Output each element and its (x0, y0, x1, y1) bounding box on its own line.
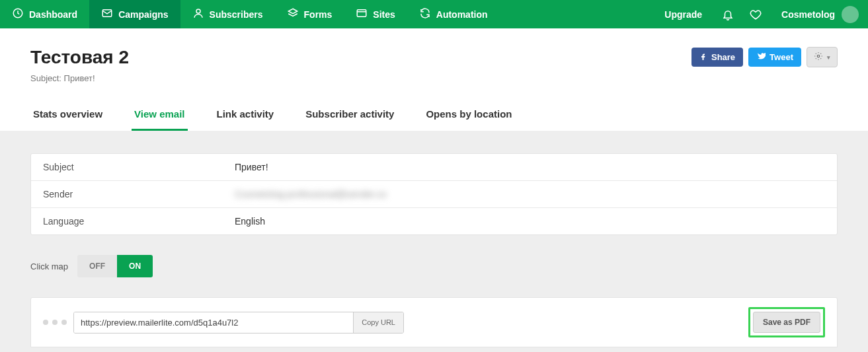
share-button[interactable]: Share (691, 48, 743, 67)
avatar (842, 6, 859, 23)
tab-stats-overview[interactable]: Stats overview (30, 102, 105, 131)
tab-link-activity[interactable]: Link activity (214, 102, 277, 131)
info-row-subject: Subject Привет! (31, 154, 837, 181)
svg-point-4 (817, 55, 820, 57)
nav-subscribers[interactable]: Subscribers (180, 0, 275, 28)
twitter-icon (756, 52, 766, 62)
header-actions: Share Tweet ▾ (691, 47, 838, 67)
facebook-icon (699, 52, 707, 62)
save-pdf-highlight: Save as PDF (748, 307, 825, 337)
nav-dashboard[interactable]: Dashboard (0, 0, 89, 28)
clickmap-off-button[interactable]: OFF (77, 255, 117, 277)
page-title: Тестовая 2 (30, 47, 129, 68)
layers-icon (287, 7, 299, 21)
tweet-button[interactable]: Tweet (748, 48, 801, 67)
clickmap-label: Click map (30, 262, 68, 271)
page-subject: Subject: Привет! (30, 73, 129, 83)
browser-icon (356, 7, 368, 21)
preview-bar: Copy URL Save as PDF (30, 297, 838, 347)
content: Subject Привет! Sender Cosmetolog-profes… (0, 131, 868, 352)
nav-sites[interactable]: Sites (344, 0, 407, 28)
clock-icon (12, 7, 24, 21)
gear-icon (814, 52, 823, 63)
mail-icon (101, 7, 113, 21)
save-as-pdf-button[interactable]: Save as PDF (753, 312, 820, 333)
clickmap-toggle: OFF ON (77, 255, 153, 277)
tab-opens-by-location[interactable]: Opens by location (423, 102, 514, 131)
heart-icon[interactable] (742, 0, 769, 28)
bell-icon[interactable] (714, 0, 742, 28)
page-header: Тестовая 2 Subject: Привет! Share Tweet … (0, 28, 868, 131)
dot (61, 320, 67, 325)
info-row-language: Language English (31, 208, 837, 234)
refresh-icon (419, 7, 431, 21)
tab-subscriber-activity[interactable]: Subscriber activity (303, 102, 397, 131)
nav-upgrade[interactable]: Upgrade (652, 0, 714, 28)
tab-view-email[interactable]: View email (132, 102, 187, 131)
nav-user[interactable]: Cosmetolog (769, 0, 868, 28)
nav-forms[interactable]: Forms (275, 0, 344, 28)
tabs: Stats overview View email Link activity … (30, 102, 838, 131)
clickmap-on-button[interactable]: ON (117, 255, 153, 277)
svg-rect-3 (358, 10, 367, 17)
chevron-down-icon: ▾ (827, 54, 830, 61)
clickmap-row: Click map OFF ON (30, 255, 838, 277)
window-dots (43, 320, 67, 325)
nav-automation[interactable]: Automation (407, 0, 500, 28)
settings-button[interactable]: ▾ (807, 47, 838, 67)
svg-point-2 (196, 9, 200, 13)
dot (52, 320, 58, 325)
dot (43, 320, 48, 325)
top-nav: Dashboard Campaigns Subscribers Forms Si… (0, 0, 868, 28)
info-row-sender: Sender Cosmetolog-professional@sender.co (31, 181, 837, 208)
copy-url-button[interactable]: Copy URL (353, 312, 403, 333)
url-field-wrap: Copy URL (73, 312, 404, 334)
user-icon (192, 7, 204, 21)
preview-url-input[interactable] (74, 312, 353, 333)
info-table: Subject Привет! Sender Cosmetolog-profes… (30, 153, 838, 235)
nav-campaigns[interactable]: Campaigns (89, 0, 180, 28)
